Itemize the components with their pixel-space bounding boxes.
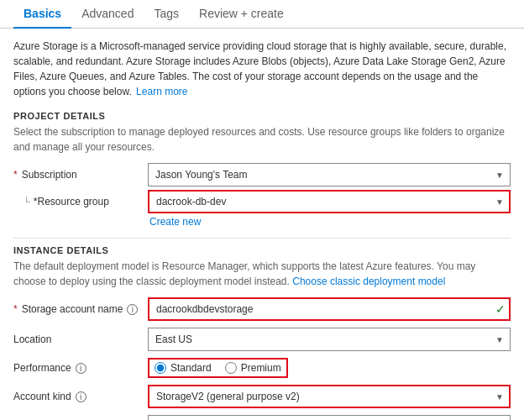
project-details-desc: Select the subscription to manage deploy…: [13, 124, 511, 155]
resource-group-select[interactable]: dacrook-db-dev: [148, 190, 511, 213]
location-select-wrapper: East US ▼: [148, 328, 511, 351]
storage-account-name-input-wrapper: ✓: [148, 297, 511, 321]
replication-select[interactable]: Read-access geo-redundant storage (RA-GR…: [148, 415, 511, 420]
resource-group-label: └ * Resource group: [13, 196, 148, 207]
account-kind-info-icon[interactable]: i: [76, 391, 86, 402]
performance-premium-label: Premium: [241, 362, 281, 374]
indent-line: └: [24, 197, 30, 207]
tab-review-create[interactable]: Review + create: [189, 0, 294, 29]
performance-radio-group: Standard Premium: [148, 358, 288, 378]
resource-group-control: dacrook-db-dev ▼: [148, 190, 511, 213]
create-new-container: Create new: [148, 215, 511, 228]
account-kind-label: Account kind i: [13, 391, 148, 402]
resource-group-select-wrapper: dacrook-db-dev ▼: [148, 190, 511, 213]
location-row: Location East US ▼: [13, 328, 511, 351]
create-new-resource-group-link[interactable]: Create new: [149, 216, 201, 228]
location-label: Location: [13, 333, 148, 345]
classic-deployment-link[interactable]: Choose classic deployment model: [292, 276, 445, 287]
subscription-control: Jason Young's Team ▼: [148, 163, 511, 186]
storage-account-name-valid-icon: ✓: [495, 302, 506, 316]
performance-premium-radio[interactable]: [225, 362, 237, 374]
account-kind-select[interactable]: StorageV2 (general purpose v2): [148, 385, 511, 408]
section-divider-1: [13, 238, 511, 239]
subscription-required: *: [13, 169, 18, 181]
storage-account-name-info-icon[interactable]: i: [127, 304, 138, 315]
subscription-select-wrapper: Jason Young's Team ▼: [148, 163, 511, 186]
subscription-row: * Subscription Jason Young's Team ▼: [13, 163, 511, 186]
project-details-title: PROJECT DETAILS: [13, 111, 511, 121]
performance-label: Performance i: [13, 362, 148, 374]
main-content: Azure Storage is a Microsoft-managed ser…: [0, 39, 524, 420]
resource-group-row: └ * Resource group dacrook-db-dev ▼: [13, 190, 511, 213]
subscription-select[interactable]: Jason Young's Team: [148, 163, 511, 186]
learn-more-link[interactable]: Learn more: [136, 86, 187, 97]
location-select[interactable]: East US: [148, 328, 511, 351]
account-kind-control: StorageV2 (general purpose v2) ▼: [148, 385, 511, 408]
storage-account-name-input[interactable]: [148, 297, 511, 321]
storage-account-name-label: * Storage account name i: [13, 303, 148, 315]
replication-control: Read-access geo-redundant storage (RA-GR…: [148, 415, 511, 420]
location-control: East US ▼: [148, 328, 511, 351]
instance-details-title: INSTANCE DETAILS: [13, 245, 511, 255]
performance-premium-option[interactable]: Premium: [225, 362, 281, 374]
subscription-label: * Subscription: [13, 169, 148, 181]
performance-standard-option[interactable]: Standard: [155, 362, 212, 374]
instance-details-desc: The default deployment model is Resource…: [13, 259, 511, 289]
performance-info-icon[interactable]: i: [76, 363, 86, 374]
replication-select-wrapper: Read-access geo-redundant storage (RA-GR…: [148, 415, 511, 420]
tab-basics[interactable]: Basics: [13, 0, 71, 29]
intro-paragraph: Azure Storage is a Microsoft-managed ser…: [13, 39, 511, 99]
tab-advanced[interactable]: Advanced: [71, 0, 144, 29]
performance-control: Standard Premium: [148, 358, 511, 378]
tab-tags[interactable]: Tags: [144, 0, 189, 29]
replication-row: Replication i Read-access geo-redundant …: [13, 415, 511, 420]
performance-standard-radio[interactable]: [155, 362, 166, 374]
performance-standard-label: Standard: [170, 362, 212, 374]
storage-account-name-control: ✓: [148, 297, 511, 321]
account-kind-row: Account kind i StorageV2 (general purpos…: [13, 385, 511, 408]
performance-row: Performance i Standard Premium: [13, 358, 511, 378]
account-kind-select-wrapper: StorageV2 (general purpose v2) ▼: [148, 385, 511, 408]
tab-bar: Basics Advanced Tags Review + create: [0, 0, 524, 29]
storage-account-name-row: * Storage account name i ✓: [13, 297, 511, 321]
